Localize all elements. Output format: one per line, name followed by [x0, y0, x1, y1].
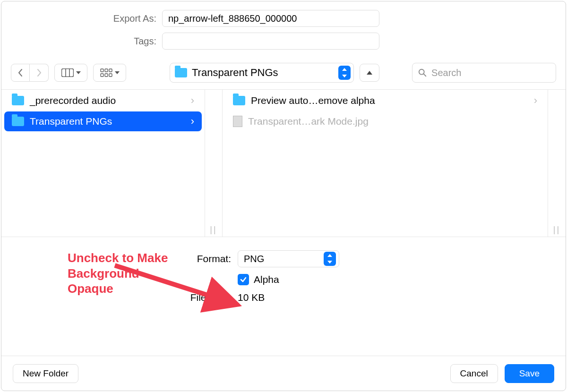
file-name: Transparent…ark Mode.jpg — [248, 116, 369, 127]
chevron-right-icon — [37, 69, 42, 77]
column-resize-handle[interactable]: || — [205, 90, 223, 237]
dialog-footer: New Folder Cancel Save — [1, 356, 566, 391]
svg-rect-0 — [61, 69, 73, 77]
checkmark-icon — [240, 276, 247, 283]
cancel-button[interactable]: Cancel — [450, 364, 498, 383]
svg-rect-3 — [101, 69, 103, 72]
folder-icon — [175, 68, 187, 77]
svg-rect-7 — [105, 74, 108, 77]
format-value: PNG — [244, 254, 324, 264]
location-name: Transparent PNGs — [192, 67, 334, 79]
alpha-label: Alpha — [254, 274, 279, 285]
file-row[interactable]: Transparent…ark Mode.jpg — [225, 111, 545, 131]
svg-rect-6 — [101, 74, 103, 77]
stepper-icon — [338, 66, 351, 80]
toolbar: Transparent PNGs — [1, 58, 566, 90]
search-input[interactable] — [430, 67, 550, 79]
export-as-row: Export As: — [1, 10, 566, 27]
tags-label: Tags: — [1, 36, 162, 47]
back-button[interactable] — [11, 64, 30, 82]
folder-name: Preview auto…emove alpha — [251, 95, 375, 106]
svg-rect-8 — [109, 74, 112, 77]
tags-row: Tags: — [1, 33, 566, 50]
export-as-label: Export As: — [1, 13, 162, 24]
top-fields: Export As: Tags: — [1, 1, 566, 58]
folder-row[interactable]: Transparent PNGs › — [4, 111, 202, 131]
browser-column-2: Preview auto…emove alpha › Transparent…a… — [223, 90, 548, 237]
group-by-button[interactable] — [93, 64, 126, 82]
columns-view-icon — [61, 68, 74, 77]
grid-view-icon — [100, 68, 112, 77]
chevron-right-icon: › — [191, 115, 194, 128]
svg-line-10 — [424, 74, 426, 77]
chevron-left-icon — [18, 69, 23, 77]
folder-row[interactable]: _prerecorded audio › — [4, 91, 202, 111]
export-dialog: Export As: Tags: — [1, 1, 566, 391]
format-select[interactable]: PNG — [238, 250, 339, 267]
location-popup[interactable]: Transparent PNGs — [170, 63, 354, 83]
annotation-text: Uncheck to Make Background Opaque — [68, 250, 172, 297]
file-icon — [233, 116, 242, 127]
svg-rect-5 — [109, 69, 112, 72]
column-resize-handle[interactable]: || — [548, 90, 566, 237]
chevron-down-icon — [115, 71, 120, 74]
view-columns-button[interactable] — [54, 64, 87, 82]
folder-row[interactable]: Preview auto…emove alpha › — [225, 91, 545, 111]
folder-name: _prerecorded audio — [30, 95, 116, 106]
forward-button[interactable] — [30, 64, 49, 82]
svg-point-9 — [419, 69, 424, 75]
chevron-down-icon — [76, 71, 81, 74]
folder-icon — [233, 96, 245, 105]
filename-input[interactable] — [162, 10, 379, 27]
svg-rect-4 — [105, 69, 108, 72]
browser-column-1: _prerecorded audio › Transparent PNGs › — [1, 90, 205, 237]
export-options: Uncheck to Make Background Opaque Format… — [1, 237, 566, 356]
collapse-button[interactable] — [360, 64, 379, 82]
filesize-value: 10 KB — [238, 292, 265, 303]
file-browser: _prerecorded audio › Transparent PNGs › … — [1, 90, 566, 237]
nav-buttons — [11, 64, 49, 82]
stepper-icon — [324, 252, 336, 266]
folder-name: Transparent PNGs — [30, 116, 112, 127]
caret-up-icon — [367, 71, 372, 75]
tags-input[interactable] — [162, 33, 379, 50]
alpha-checkbox[interactable] — [238, 274, 249, 285]
folder-icon — [12, 96, 24, 105]
chevron-right-icon: › — [534, 94, 537, 107]
new-folder-button[interactable]: New Folder — [13, 364, 78, 383]
search-icon — [418, 68, 427, 77]
folder-icon — [12, 117, 24, 126]
chevron-right-icon: › — [191, 94, 194, 107]
search-box[interactable] — [412, 63, 556, 83]
save-button[interactable]: Save — [505, 364, 554, 383]
